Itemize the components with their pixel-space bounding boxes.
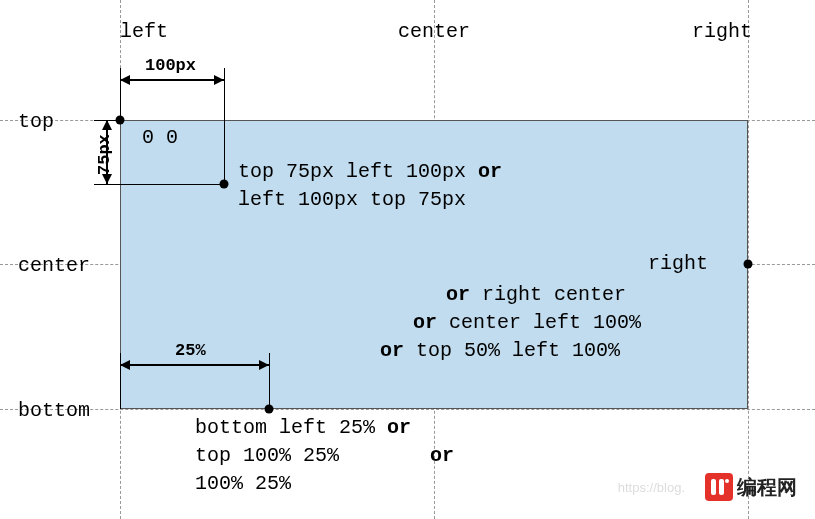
label-right-b: right center [482,283,626,306]
label-topleft-b: left 100px top 75px [238,188,466,211]
point-right [744,260,753,269]
label-right-c: center left 100% [449,311,641,334]
label-right-b-row: or right center [446,283,626,306]
point-75-100 [220,180,229,189]
axis-label-top: top [18,110,54,133]
dim-100px-arrow-r [214,75,224,85]
axis-label-left: left [120,20,168,43]
gridline-bottom [0,409,815,410]
dim-100px-line [120,79,224,81]
label-topleft-a: top 75px left 100px or [238,160,502,183]
dim-100px-label: 100px [145,56,196,75]
label-bottom-a-row: bottom left 25% or [195,416,411,439]
dim-25-line [120,364,269,366]
label-right-d: top 50% left 100% [416,339,620,362]
axis-label-right: right [692,20,752,43]
kw-or-1: or [478,160,502,183]
label-right-a: right [648,252,708,275]
dim-75px-tick-b [94,184,224,185]
logo-text: 编程网 [737,474,797,501]
dim-75px-arrow-d [102,174,112,184]
axis-label-bottom: bottom [18,399,90,422]
point-bottom-25 [265,405,274,414]
logo-badge-icon [705,473,733,501]
label-right-c-row: or center left 100% [413,311,641,334]
point-origin [116,116,125,125]
dim-100px-tick-r [224,68,225,185]
label-bottom-a: bottom left 25% [195,416,375,439]
dim-25-label: 25% [175,341,206,360]
label-origin: 0 0 [142,126,178,149]
dim-25-arrow-l [120,360,130,370]
kw-or-3: or [413,311,437,334]
kw-or-6: or [430,444,454,467]
axis-label-center-h: center [398,20,470,43]
dim-25-tick-r [269,353,270,409]
label-topleft-a-text: top 75px left 100px [238,160,466,183]
site-logo: 编程网 [705,473,797,501]
kw-or-4: or [380,339,404,362]
label-right-d-row: or top 50% left 100% [380,339,620,362]
kw-or-2: or [446,283,470,306]
label-bottom-b: top 100% 25% [195,444,339,467]
dim-25-arrow-r [259,360,269,370]
dim-75px-arrow-u [102,120,112,130]
diagram: left center right top center bottom 100p… [0,0,815,519]
label-bottom-c: 100% 25% [195,472,291,495]
axis-label-center-v: center [18,254,90,277]
dim-75px-label: 75px [95,134,114,175]
kw-or-5: or [387,416,411,439]
faint-url: https://blog. [618,480,685,495]
dim-100px-arrow-l [120,75,130,85]
